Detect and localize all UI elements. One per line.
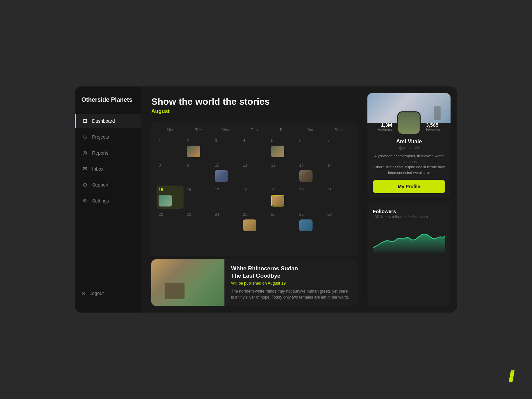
- thumb-19: [271, 195, 284, 206]
- followers-chart-subtitle: +351K new followers for last week: [373, 215, 445, 219]
- cal-cell-20[interactable]: 20: [297, 186, 324, 209]
- cal-cell-28[interactable]: 28: [325, 210, 352, 233]
- thumb-2: [187, 146, 200, 157]
- cal-cell-27[interactable]: 27: [297, 210, 324, 233]
- cal-cell-5[interactable]: 5: [269, 136, 296, 160]
- cal-cell-13[interactable]: 13: [297, 161, 324, 184]
- article-body: White Rhinoceros SudanThe Last Goodbye W…: [224, 260, 357, 306]
- sidebar: Otherside Planets ⊞ Dashboard ◇ Projects…: [75, 86, 141, 313]
- following-count: 3,565: [426, 122, 445, 128]
- day-sun: Sun: [324, 126, 352, 134]
- thumb-25: [243, 219, 256, 231]
- calendar-header: Mon Tue Wed Thu Fri Sat Sun: [157, 126, 352, 134]
- article-publish-date: Will be published on August 19: [231, 281, 351, 286]
- followers-count: 1,3M: [373, 122, 392, 128]
- day-sat: Sat: [296, 126, 324, 134]
- cal-cell-24[interactable]: 24: [213, 210, 240, 233]
- profile-avatar: [397, 111, 421, 135]
- cal-cell-4[interactable]: 4: [241, 136, 268, 160]
- cal-cell-21[interactable]: 21: [325, 186, 352, 209]
- cal-cell-23[interactable]: 23: [185, 210, 212, 233]
- cal-cell-6[interactable]: 6: [297, 136, 324, 160]
- followers-stat: 1,3M Followers: [373, 122, 392, 131]
- cal-cell-22[interactable]: 22: [157, 210, 184, 233]
- profile-handle: @amivitale: [373, 145, 445, 150]
- section-title: Show the world the stories: [151, 96, 357, 107]
- cal-cell-25[interactable]: 25: [241, 210, 268, 233]
- sidebar-item-projects[interactable]: ◇ Projects: [75, 130, 141, 144]
- logout-button[interactable]: ⊙ Logout: [81, 291, 135, 296]
- article-description: The northern white rhinos may not surviv…: [231, 288, 351, 300]
- section-month: August: [151, 108, 357, 114]
- settings-icon: ⚙: [81, 198, 88, 204]
- thumb-15: [159, 195, 172, 206]
- cal-cell-2[interactable]: 2: [185, 136, 212, 160]
- sidebar-label-settings: Settings: [92, 198, 109, 203]
- followers-chart-title: Followers: [373, 208, 445, 214]
- cal-cell-14[interactable]: 14: [325, 161, 352, 184]
- right-panel: 1,3M Followers 3,565 Following Ami Vital…: [367, 86, 457, 313]
- following-stat: 3,565 Following: [426, 122, 445, 131]
- cal-cell-18[interactable]: 18: [241, 186, 268, 209]
- cal-cell-26[interactable]: 26: [269, 210, 296, 233]
- following-label: Following: [426, 128, 445, 131]
- sidebar-label-reports: Reports: [92, 150, 108, 156]
- sidebar-label-support: Support: [92, 182, 108, 188]
- day-mon: Mon: [157, 126, 185, 134]
- logout-icon: ⊙: [81, 291, 85, 296]
- brand-slashes: //: [508, 367, 512, 386]
- projects-icon: ◇: [81, 134, 88, 140]
- profile-info: Ami Vitale @amivitale A @natgeo photogra…: [367, 139, 451, 198]
- profile-name: Ami Vitale: [373, 139, 445, 145]
- followers-chart-svg: [373, 223, 445, 253]
- thumb-5: [271, 146, 284, 157]
- article-section: White Rhinoceros SudanThe Last Goodbye W…: [141, 256, 367, 313]
- dashboard-icon: ⊞: [81, 118, 88, 124]
- cal-cell-15[interactable]: 15: [157, 186, 184, 209]
- reports-icon: ◎: [81, 150, 88, 156]
- article-title: White Rhinoceros SudanThe Last Goodbye: [231, 265, 351, 280]
- sidebar-item-reports[interactable]: ◎ Reports: [75, 146, 141, 160]
- calendar: Mon Tue Wed Thu Fri Sat Sun 1 2 3: [151, 121, 357, 256]
- calendar-grid: 1 2 3 4 5 6 7 8 9 10 11 12: [157, 136, 352, 256]
- cal-cell-16[interactable]: 16: [185, 186, 212, 209]
- day-tue: Tue: [185, 126, 212, 134]
- article-card[interactable]: White Rhinoceros SudanThe Last Goodbye W…: [151, 259, 357, 306]
- profile-card: 1,3M Followers 3,565 Following Ami Vital…: [367, 93, 451, 198]
- thumb-10: [215, 170, 228, 182]
- cal-cell-9[interactable]: 9: [185, 161, 212, 184]
- cal-cell-3[interactable]: 3: [213, 136, 240, 160]
- sidebar-label-inbox: Inbox: [92, 166, 103, 172]
- main-content: Show the world the stories August Mon Tu…: [141, 86, 457, 313]
- followers-card: Followers +351K new followers for last w…: [367, 203, 451, 306]
- day-thu: Thu: [240, 126, 268, 134]
- sidebar-nav: ⊞ Dashboard ◇ Projects ◎ Reports ✉ Inbox…: [75, 114, 141, 284]
- followers-label: Followers: [373, 128, 392, 131]
- profile-bio: A @natgeo photographer, filmmaker, write…: [373, 153, 445, 175]
- cal-cell-10[interactable]: 10: [213, 161, 240, 184]
- sidebar-item-inbox[interactable]: ✉ Inbox: [75, 162, 141, 176]
- app-logo: Otherside Planets: [75, 96, 141, 114]
- sidebar-item-dashboard[interactable]: ⊞ Dashboard: [75, 114, 141, 128]
- sidebar-item-support[interactable]: ⊙ Support: [75, 178, 141, 192]
- sidebar-item-settings[interactable]: ⚙ Settings: [75, 194, 141, 208]
- cal-cell-17[interactable]: 17: [213, 186, 240, 209]
- chart-container: [373, 223, 445, 253]
- cal-cell-8[interactable]: 8: [157, 161, 184, 184]
- inbox-icon: ✉: [81, 166, 88, 172]
- article-image: [151, 259, 224, 306]
- main-body: Show the world the stories August Mon Tu…: [141, 86, 457, 313]
- calendar-section: Show the world the stories August Mon Tu…: [141, 86, 367, 256]
- sidebar-bottom: ⊙ Logout: [75, 284, 141, 303]
- thumb-13: [299, 170, 313, 182]
- profile-avatar-wrap: 1,3M Followers 3,565 Following: [367, 111, 451, 139]
- day-wed: Wed: [212, 126, 240, 134]
- sidebar-label-dashboard: Dashboard: [92, 118, 115, 124]
- cal-cell-19[interactable]: 19: [269, 186, 296, 209]
- cal-cell-11[interactable]: 11: [241, 161, 268, 184]
- cal-cell-12[interactable]: 12: [269, 161, 296, 184]
- day-fri: Fri: [268, 126, 296, 134]
- cal-cell-1[interactable]: 1: [157, 136, 184, 160]
- my-profile-button[interactable]: My Profile: [373, 180, 445, 193]
- cal-cell-7[interactable]: 7: [325, 136, 352, 160]
